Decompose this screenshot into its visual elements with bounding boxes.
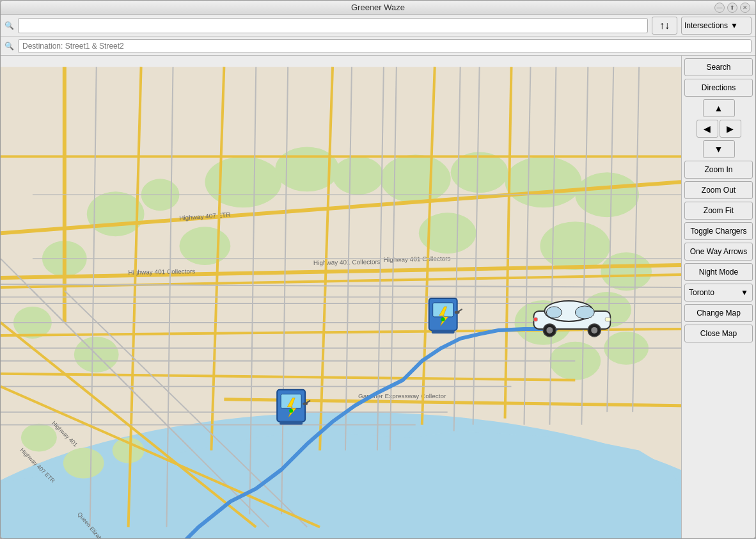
search-bar: 🔍 ↑↓ Intersections ▼ [1,15,755,36]
svg-point-94 [546,307,562,318]
svg-rect-80 [280,421,303,425]
svg-point-9 [451,152,508,193]
svg-point-93 [575,306,594,319]
dest-search-icon: 🔍 [4,42,14,51]
svg-point-5 [205,156,281,207]
intersections-dropdown[interactable]: Intersections ▼ [681,17,752,35]
main-search-input[interactable] [18,18,648,33]
nav-left-button[interactable]: ◀ [697,120,718,138]
nav-up-row: ▲ [684,99,753,117]
svg-point-21 [21,424,57,452]
svg-point-16 [601,252,652,291]
title-bar: Greener Waze — ⬆ ✕ [1,1,755,15]
window-controls: — ⬆ ✕ [714,3,750,13]
zoom-fit-button[interactable]: Zoom Fit [684,202,753,220]
one-way-arrows-button[interactable]: One Way Arrows [684,243,753,261]
search-icon: 🔍 [4,21,14,30]
dropdown-arrow-icon: ▼ [730,21,738,30]
nav-down-row: ▼ [684,140,753,158]
main-window: Greener Waze — ⬆ ✕ 🔍 ↑↓ Intersections ▼ … [0,0,756,539]
directions-button[interactable]: Directions [684,79,753,97]
zoom-out-button[interactable]: Zoom Out [684,181,753,199]
close-button[interactable]: ✕ [740,3,750,13]
svg-point-83 [289,409,293,413]
intersections-label: Intersections [684,21,728,30]
nav-right-button[interactable]: ▶ [720,120,741,138]
city-dropdown-arrow-icon: ▼ [741,288,748,297]
nav-up-button[interactable]: ▲ [703,99,735,117]
svg-point-7 [333,156,384,195]
svg-text:Highway 401 Collectors: Highway 401 Collectors [128,268,195,276]
destination-bar: 🔍 [1,36,755,56]
close-map-button[interactable]: Close Map [684,325,753,342]
map-svg: Highway 407 ETR Highway 401 Collectors H… [1,56,681,538]
maximize-button[interactable]: ⬆ [727,3,737,13]
sort-button[interactable]: ↑↓ [652,17,677,35]
window-title: Greener Waze [351,3,405,12]
nav-mid-row: ◀ ▶ [684,120,753,138]
svg-rect-87 [432,330,455,334]
city-dropdown[interactable]: Toronto ▼ [684,284,753,302]
svg-text:Highway 401 Collectors: Highway 401 Collectors [313,258,381,266]
city-label: Toronto [689,288,714,297]
zoom-in-button[interactable]: Zoom In [684,161,753,179]
svg-rect-100 [533,318,537,321]
change-map-button[interactable]: Change Map [684,304,753,322]
nav-down-button[interactable]: ▼ [703,140,735,158]
svg-point-22 [63,448,104,479]
map-area[interactable]: Highway 407 ETR Highway 401 Collectors H… [1,56,681,538]
minimize-button[interactable]: — [714,3,725,13]
destination-input[interactable] [18,39,752,53]
night-mode-button[interactable]: Night Mode [684,263,753,281]
svg-point-96 [546,327,553,334]
svg-point-8 [381,154,451,203]
svg-point-13 [179,227,230,265]
search-button[interactable]: Search [684,58,753,76]
svg-point-90 [441,318,445,321]
svg-point-10 [505,156,582,207]
toggle-chargers-button[interactable]: Toggle Chargers [684,222,753,240]
svg-point-15 [540,221,610,270]
svg-rect-99 [605,318,610,321]
svg-point-98 [591,327,597,334]
content-area: Highway 407 ETR Highway 401 Collectors H… [1,56,755,538]
sidebar: Search Directions ▲ ◀ ▶ ▼ Zoom In Zoom O… [681,56,755,538]
